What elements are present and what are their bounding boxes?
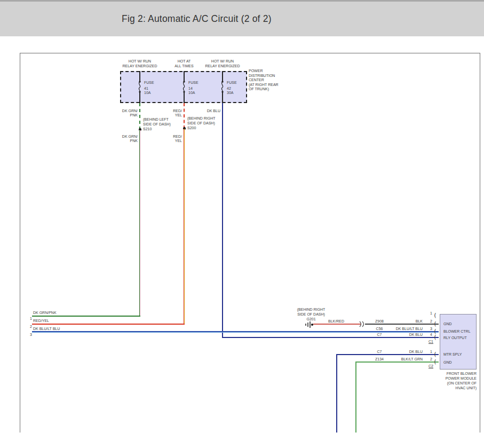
pin-number: 1 bbox=[424, 350, 432, 353]
pin-chevron-icon: ( bbox=[433, 334, 437, 340]
splice-id: S210 bbox=[143, 127, 152, 132]
wire-dkblu-mtr-vertical bbox=[336, 354, 337, 433]
splice-location: (BEHIND RIGHT bbox=[187, 116, 216, 121]
wire-color-label: DK BLU bbox=[195, 109, 220, 114]
fuse41-word: FUSE bbox=[144, 81, 154, 85]
wire-dkgrn-dashed bbox=[139, 103, 140, 130]
wire-row-num: 3 bbox=[23, 333, 32, 336]
connector-id-c2: C2 bbox=[422, 364, 433, 368]
ground-icon bbox=[303, 320, 314, 329]
page-title: Fig 2: Automatic A/C Circuit (2 of 2) bbox=[122, 13, 272, 25]
wire-blkred-horizontal bbox=[313, 324, 361, 325]
splice-id: S200 bbox=[187, 126, 196, 131]
splice-location: (BEHIND LEFT bbox=[143, 117, 169, 122]
wire-color-label: YEL bbox=[156, 139, 182, 144]
pin-chevron-icon: ( bbox=[433, 359, 437, 365]
fuse14-amps: 10A bbox=[188, 91, 195, 96]
pin-label: MTR SPLY bbox=[443, 352, 462, 357]
wire-color-label: PNK bbox=[112, 113, 138, 118]
fuse42-amps: 30A bbox=[227, 91, 233, 96]
pin-number: 2 bbox=[424, 319, 432, 323]
fuse14-word: FUSE bbox=[188, 81, 199, 85]
wire-dkgrn-vertical bbox=[139, 130, 140, 316]
wire-redyel-dashed bbox=[184, 103, 185, 129]
ground-location: SIDE OF DASH) bbox=[290, 312, 332, 317]
pin-chevron-icon: ( bbox=[433, 312, 437, 318]
module-name: FRONT BLOWERPOWER MODULE (ON CENTER OFHV… bbox=[416, 371, 477, 390]
pin-label: GND bbox=[443, 360, 452, 365]
wire-dkblu-vertical bbox=[222, 103, 223, 338]
pin-label: RLY OUTPUT bbox=[443, 336, 467, 341]
connector-id-c1: C1 bbox=[422, 340, 433, 343]
splice-location: SIDE OF DASH) bbox=[187, 121, 215, 126]
ground-location: (BEHIND RIGHT bbox=[290, 308, 332, 312]
pin-number: 3 bbox=[424, 327, 432, 331]
fuse-icon bbox=[181, 80, 187, 94]
wire-row-label: DK GRN/PNK bbox=[33, 311, 57, 316]
wire-row-num: 1 bbox=[23, 317, 32, 320]
wire-color-label: DK BLU bbox=[380, 350, 423, 355]
splice-location: SIDE OF DASH) bbox=[143, 122, 171, 127]
pin-label: GND bbox=[443, 322, 452, 327]
wiring-diagram-page: Fig 2: Automatic A/C Circuit (2 of 2) HO… bbox=[0, 0, 484, 448]
fuse-icon bbox=[219, 80, 226, 94]
wire-color-label: DK BLU bbox=[380, 333, 423, 337]
pin-number: 4 bbox=[424, 333, 432, 336]
wire-row-label: RED/YEL bbox=[33, 319, 49, 324]
wire-blkltgrn-vertical bbox=[355, 361, 356, 433]
pin-number: 2 bbox=[424, 357, 432, 361]
wire-redyel-vertical bbox=[184, 129, 185, 324]
wire-color-label: DK BLU/LT BLU bbox=[380, 327, 423, 332]
wire-row-num: 2 bbox=[23, 325, 32, 328]
wire-redyel-horizontal bbox=[32, 324, 185, 325]
pin-number: 1 bbox=[424, 311, 432, 315]
wire-color-label: BLK bbox=[380, 319, 423, 324]
wire-color-label: BLK/LT GRN bbox=[380, 357, 423, 362]
pin-chevron-icon: ( bbox=[433, 321, 437, 327]
wire-color-label: PNK bbox=[112, 139, 138, 144]
fuse42-word: FUSE bbox=[227, 81, 237, 85]
fuse-icon bbox=[137, 80, 143, 94]
pin-label: BLOWER CTRL bbox=[443, 329, 471, 334]
diagram-frame bbox=[20, 53, 480, 433]
wire-color-label: YEL bbox=[156, 113, 182, 118]
pdc-label: POWERDISTRIBUTION CENTER(AT RIGHT REAR O… bbox=[249, 69, 279, 92]
wire-dkgrn-horizontal bbox=[32, 316, 140, 317]
fuse41-amps: 10A bbox=[144, 91, 150, 96]
feed-label-3: HOT W/ RUNRELAY ENERGIZED bbox=[196, 59, 249, 68]
pin-chevron-icon: ( bbox=[433, 351, 437, 357]
